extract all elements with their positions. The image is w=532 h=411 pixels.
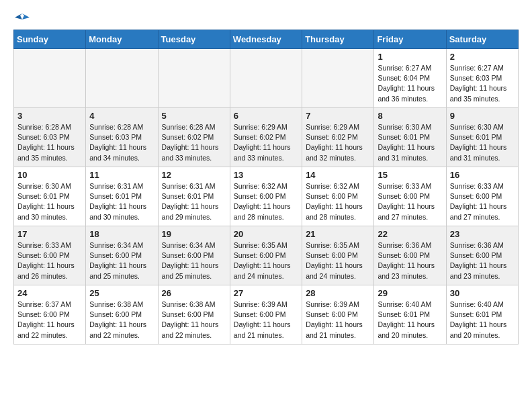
day-number: 15 [378, 170, 442, 180]
calendar-cell: 15Sunrise: 6:33 AMSunset: 6:00 PMDayligh… [374, 167, 446, 226]
day-info: Sunrise: 6:30 AMSunset: 6:01 PMDaylight:… [17, 181, 82, 222]
day-number: 23 [450, 229, 515, 239]
calendar-cell: 14Sunrise: 6:32 AMSunset: 6:00 PMDayligh… [302, 167, 374, 226]
day-number: 30 [450, 288, 515, 298]
day-info: Sunrise: 6:38 AMSunset: 6:00 PMDaylight:… [162, 300, 226, 340]
day-info: Sunrise: 6:35 AMSunset: 6:00 PMDaylight:… [306, 240, 370, 281]
day-number: 13 [234, 170, 298, 180]
week-row-4: 17Sunrise: 6:33 AMSunset: 6:00 PMDayligh… [14, 226, 519, 285]
day-number: 25 [89, 288, 154, 298]
weekday-friday: Friday [374, 30, 446, 49]
calendar-cell: 28Sunrise: 6:39 AMSunset: 6:00 PMDayligh… [302, 285, 374, 345]
day-number: 24 [17, 288, 82, 298]
calendar-cell [230, 49, 302, 108]
calendar-cell: 11Sunrise: 6:31 AMSunset: 6:01 PMDayligh… [86, 167, 158, 226]
calendar-cell: 3Sunrise: 6:28 AMSunset: 6:03 PMDaylight… [14, 108, 86, 167]
calendar-cell: 6Sunrise: 6:29 AMSunset: 6:02 PMDaylight… [230, 108, 302, 167]
day-info: Sunrise: 6:38 AMSunset: 6:00 PMDaylight:… [89, 300, 154, 340]
day-info: Sunrise: 6:29 AMSunset: 6:02 PMDaylight:… [306, 122, 370, 163]
week-row-5: 24Sunrise: 6:37 AMSunset: 6:00 PMDayligh… [14, 285, 519, 345]
calendar-cell: 5Sunrise: 6:28 AMSunset: 6:02 PMDaylight… [158, 108, 230, 167]
day-info: Sunrise: 6:36 AMSunset: 6:00 PMDaylight:… [378, 240, 442, 281]
page: SundayMondayTuesdayWednesdayThursdayFrid… [0, 0, 532, 355]
week-row-1: 1Sunrise: 6:27 AMSunset: 6:04 PMDaylight… [14, 49, 519, 108]
calendar-cell: 26Sunrise: 6:38 AMSunset: 6:00 PMDayligh… [158, 285, 230, 345]
day-info: Sunrise: 6:34 AMSunset: 6:00 PMDaylight:… [89, 240, 154, 281]
svg-marker-1 [15, 13, 22, 19]
calendar-cell: 18Sunrise: 6:34 AMSunset: 6:00 PMDayligh… [86, 226, 158, 285]
day-info: Sunrise: 6:30 AMSunset: 6:01 PMDaylight:… [378, 122, 442, 163]
calendar-cell: 19Sunrise: 6:34 AMSunset: 6:00 PMDayligh… [158, 226, 230, 285]
calendar-cell: 22Sunrise: 6:36 AMSunset: 6:00 PMDayligh… [374, 226, 446, 285]
day-info: Sunrise: 6:40 AMSunset: 6:01 PMDaylight:… [450, 300, 515, 340]
calendar-cell: 17Sunrise: 6:33 AMSunset: 6:00 PMDayligh… [14, 226, 86, 285]
day-info: Sunrise: 6:27 AMSunset: 6:03 PMDaylight:… [450, 63, 515, 104]
day-info: Sunrise: 6:39 AMSunset: 6:00 PMDaylight:… [306, 300, 370, 340]
day-number: 9 [450, 111, 515, 121]
calendar-cell: 20Sunrise: 6:35 AMSunset: 6:00 PMDayligh… [230, 226, 302, 285]
day-number: 8 [378, 111, 442, 121]
weekday-wednesday: Wednesday [230, 30, 302, 49]
calendar-cell: 10Sunrise: 6:30 AMSunset: 6:01 PMDayligh… [14, 167, 86, 226]
header [13, 11, 519, 23]
svg-marker-0 [22, 13, 30, 19]
weekday-thursday: Thursday [302, 30, 374, 49]
day-number: 5 [162, 111, 226, 121]
day-number: 11 [89, 170, 154, 180]
day-info: Sunrise: 6:33 AMSunset: 6:00 PMDaylight:… [17, 240, 82, 281]
calendar-cell: 1Sunrise: 6:27 AMSunset: 6:04 PMDaylight… [374, 49, 446, 108]
weekday-saturday: Saturday [446, 30, 518, 49]
weekday-sunday: Sunday [14, 30, 86, 49]
day-number: 10 [17, 170, 82, 180]
day-info: Sunrise: 6:30 AMSunset: 6:01 PMDaylight:… [450, 122, 515, 163]
day-number: 3 [17, 111, 82, 121]
day-number: 27 [234, 288, 298, 298]
day-number: 12 [162, 170, 226, 180]
day-info: Sunrise: 6:31 AMSunset: 6:01 PMDaylight:… [89, 181, 154, 222]
day-number: 6 [234, 111, 298, 121]
day-number: 21 [306, 229, 370, 239]
calendar-cell: 30Sunrise: 6:40 AMSunset: 6:01 PMDayligh… [446, 285, 518, 345]
logo [13, 11, 30, 23]
day-info: Sunrise: 6:28 AMSunset: 6:02 PMDaylight:… [162, 122, 226, 163]
calendar-cell: 25Sunrise: 6:38 AMSunset: 6:00 PMDayligh… [86, 285, 158, 345]
calendar-cell: 7Sunrise: 6:29 AMSunset: 6:02 PMDaylight… [302, 108, 374, 167]
calendar-cell: 29Sunrise: 6:40 AMSunset: 6:01 PMDayligh… [374, 285, 446, 345]
day-number: 16 [450, 170, 515, 180]
logo-bird-icon [15, 11, 30, 26]
week-row-3: 10Sunrise: 6:30 AMSunset: 6:01 PMDayligh… [14, 167, 519, 226]
day-info: Sunrise: 6:33 AMSunset: 6:00 PMDaylight:… [450, 181, 515, 222]
calendar-cell: 9Sunrise: 6:30 AMSunset: 6:01 PMDaylight… [446, 108, 518, 167]
day-info: Sunrise: 6:40 AMSunset: 6:01 PMDaylight:… [378, 300, 442, 340]
calendar-cell [158, 49, 230, 108]
calendar-cell: 13Sunrise: 6:32 AMSunset: 6:00 PMDayligh… [230, 167, 302, 226]
day-number: 7 [306, 111, 370, 121]
day-number: 20 [234, 229, 298, 239]
calendar-cell [14, 49, 86, 108]
day-number: 1 [378, 52, 442, 62]
day-number: 18 [89, 229, 154, 239]
week-row-2: 3Sunrise: 6:28 AMSunset: 6:03 PMDaylight… [14, 108, 519, 167]
day-info: Sunrise: 6:34 AMSunset: 6:00 PMDaylight:… [162, 240, 226, 281]
day-number: 22 [378, 229, 442, 239]
day-info: Sunrise: 6:35 AMSunset: 6:00 PMDaylight:… [234, 240, 298, 281]
day-number: 14 [306, 170, 370, 180]
day-number: 19 [162, 229, 226, 239]
day-info: Sunrise: 6:33 AMSunset: 6:00 PMDaylight:… [378, 181, 442, 222]
weekday-tuesday: Tuesday [158, 30, 230, 49]
calendar-cell: 2Sunrise: 6:27 AMSunset: 6:03 PMDaylight… [446, 49, 518, 108]
day-info: Sunrise: 6:31 AMSunset: 6:01 PMDaylight:… [162, 181, 226, 222]
day-info: Sunrise: 6:27 AMSunset: 6:04 PMDaylight:… [378, 63, 442, 104]
day-info: Sunrise: 6:28 AMSunset: 6:03 PMDaylight:… [89, 122, 154, 163]
day-number: 29 [378, 288, 442, 298]
day-info: Sunrise: 6:39 AMSunset: 6:00 PMDaylight:… [234, 300, 298, 340]
calendar-cell [302, 49, 374, 108]
calendar-cell: 21Sunrise: 6:35 AMSunset: 6:00 PMDayligh… [302, 226, 374, 285]
calendar-cell: 8Sunrise: 6:30 AMSunset: 6:01 PMDaylight… [374, 108, 446, 167]
calendar-cell: 23Sunrise: 6:36 AMSunset: 6:00 PMDayligh… [446, 226, 518, 285]
calendar-cell: 24Sunrise: 6:37 AMSunset: 6:00 PMDayligh… [14, 285, 86, 345]
calendar-cell [86, 49, 158, 108]
day-info: Sunrise: 6:32 AMSunset: 6:00 PMDaylight:… [234, 181, 298, 222]
calendar-cell: 12Sunrise: 6:31 AMSunset: 6:01 PMDayligh… [158, 167, 230, 226]
day-info: Sunrise: 6:37 AMSunset: 6:00 PMDaylight:… [17, 300, 82, 340]
